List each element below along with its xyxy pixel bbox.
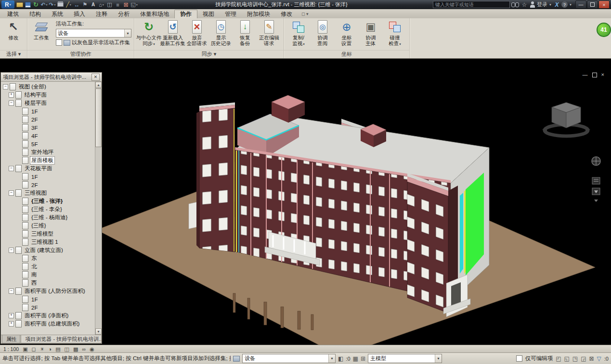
- browser-tab[interactable]: 项目浏览器 - 技师学院机电培训...: [21, 335, 102, 343]
- tree-item[interactable]: 南: [1, 271, 95, 279]
- ribbon-tab[interactable]: 建筑: [2, 10, 24, 18]
- thin-lines-icon[interactable]: ≡: [114, 0, 122, 9]
- search-input[interactable]: 键入关键字或短语: [433, 1, 510, 8]
- coordination-review-button[interactable]: 协调 查阅: [311, 20, 335, 46]
- scrollbar-thumb[interactable]: [95, 88, 102, 147]
- editable-items-icon[interactable]: ◧: [338, 356, 343, 362]
- 3d-building-model[interactable]: [101, 58, 611, 345]
- ribbon-tab[interactable]: 协作: [174, 10, 197, 18]
- restore-button[interactable]: [587, 0, 598, 9]
- favorites-star-icon[interactable]: ☆: [520, 1, 528, 8]
- redo-icon[interactable]: ↷: [48, 0, 56, 9]
- crop-view-icon[interactable]: ◫: [65, 347, 69, 352]
- tree-item[interactable]: 结构平面: [1, 91, 95, 99]
- copy-monitor-button[interactable]: 复制/ 监视▾: [286, 20, 311, 46]
- show-crop-region-icon[interactable]: ▩: [73, 347, 78, 352]
- open-icon[interactable]: [15, 0, 24, 9]
- ribbon-tab[interactable]: 插入: [68, 10, 91, 18]
- tree-item[interactable]: 面积平面 (总建筑面积): [1, 320, 95, 328]
- tree-item[interactable]: 三维视图: [1, 189, 95, 197]
- tree-item[interactable]: 西: [1, 279, 95, 287]
- expander-icon[interactable]: [9, 289, 14, 294]
- tree-item[interactable]: {三维 - 张洋}: [1, 197, 95, 205]
- switch-windows-icon[interactable]: ◱: [130, 0, 138, 9]
- tree-item[interactable]: 北: [1, 263, 95, 271]
- tree-item[interactable]: 3F: [1, 124, 95, 132]
- view-close-icon[interactable]: ×: [601, 72, 604, 77]
- tree-item[interactable]: {三维}: [1, 222, 95, 230]
- expander-icon[interactable]: [9, 190, 14, 196]
- expander-icon[interactable]: [9, 100, 14, 106]
- synchronize-panel-label[interactable]: 同步 ▾: [134, 50, 284, 58]
- tree-item[interactable]: {三维 - 李朵}: [1, 205, 95, 213]
- minimize-button[interactable]: —: [575, 0, 586, 9]
- close-button[interactable]: ×: [598, 0, 610, 9]
- tree-item[interactable]: 面积平面 (人防分区面积): [1, 287, 95, 295]
- shadows-icon[interactable]: ◑: [49, 347, 52, 352]
- ribbon-tab[interactable]: 分析: [113, 10, 135, 18]
- design-options-icon[interactable]: ⊞: [361, 356, 365, 362]
- gray-inactive-worksets-checkbox[interactable]: 以灰色显示非活动工作集: [56, 39, 131, 46]
- sign-in-button[interactable]: 登录: [537, 1, 547, 8]
- show-history-button[interactable]: 显示 历史记录: [209, 20, 233, 46]
- editable-only-checkbox[interactable]: [516, 355, 522, 362]
- ribbon-tab[interactable]: 结构: [24, 10, 46, 18]
- view-minimize-icon[interactable]: —: [583, 72, 588, 77]
- undo-icon[interactable]: ↶: [40, 0, 48, 9]
- section-icon[interactable]: ◫: [105, 0, 114, 9]
- ribbon-tab[interactable]: 管理: [220, 10, 242, 18]
- reveal-hidden-elements-icon[interactable]: ◉: [90, 347, 94, 352]
- browser-tab[interactable]: 属性: [2, 335, 20, 343]
- help-icon[interactable]: ?: [561, 1, 568, 8]
- active-workset-status-select[interactable]: 设备▼: [242, 354, 336, 363]
- close-icon[interactable]: ✕: [91, 74, 100, 81]
- select-underlay-icon[interactable]: ◱: [564, 356, 569, 362]
- tree-item[interactable]: 屋面楼板: [1, 156, 95, 164]
- restore-backup-button[interactable]: 恢复 备份: [233, 20, 257, 46]
- aligned-dimension-icon[interactable]: ↔: [73, 0, 81, 9]
- tree-item[interactable]: 立面 (建筑立面): [1, 246, 95, 254]
- measure-icon[interactable]: ╱: [65, 0, 73, 9]
- select-links-icon[interactable]: ◰: [556, 356, 561, 362]
- expander-icon[interactable]: [9, 313, 14, 318]
- search-icon[interactable]: [511, 1, 520, 8]
- modify-button[interactable]: 修改: [2, 20, 25, 40]
- tag-icon[interactable]: ⚑: [81, 0, 89, 9]
- sync-with-central-icon[interactable]: ↻: [32, 0, 40, 9]
- visual-style-icon[interactable]: ◻: [32, 347, 36, 352]
- ribbon-tab[interactable]: 体量和场地: [135, 10, 174, 18]
- tree-item[interactable]: 1F: [1, 173, 95, 181]
- detail-level-icon[interactable]: ▣: [23, 347, 27, 352]
- west-tower[interactable]: [196, 102, 235, 252]
- application-menu-button[interactable]: R▾: [1, 0, 14, 9]
- tree-item[interactable]: 2F: [1, 303, 95, 312]
- coordinates-button[interactable]: 坐标 设置: [335, 20, 359, 46]
- design-option-select[interactable]: 主模型▼: [368, 354, 442, 363]
- sun-path-icon[interactable]: ☀: [40, 347, 45, 352]
- tree-item[interactable]: 面积平面 (净面积): [1, 312, 95, 320]
- expander-icon[interactable]: [9, 321, 14, 326]
- select-pinned-icon[interactable]: ◳: [572, 356, 578, 362]
- select-by-face-icon[interactable]: ◲: [581, 356, 586, 362]
- coordination-host-button[interactable]: 协调 主体: [359, 20, 383, 46]
- ribbon-tab[interactable]: 视图: [197, 10, 220, 18]
- exchange-apps-icon[interactable]: X: [553, 1, 560, 8]
- rendering-icon[interactable]: ▤: [55, 347, 60, 352]
- active-workset-select[interactable]: 设备▼: [56, 29, 131, 38]
- editing-requests-button[interactable]: 正在编辑 请求: [257, 20, 281, 46]
- default-3d-view-icon[interactable]: ⌂: [97, 0, 105, 9]
- worksets-button[interactable]: 工作集: [30, 20, 53, 40]
- project-browser-titlebar[interactable]: 项目浏览器 - 技师学院机电培训中... ✕: [1, 73, 102, 82]
- tree-item[interactable]: 东: [1, 254, 95, 263]
- scroll-down-icon[interactable]: ▼: [95, 328, 102, 335]
- relinquish-all-button[interactable]: 放弃 全部请求: [185, 20, 209, 46]
- print-icon[interactable]: [56, 0, 65, 9]
- tree-item[interactable]: 视图 (全部): [1, 83, 95, 91]
- navigation-bar[interactable]: [592, 157, 600, 202]
- ribbon-tab[interactable]: 注释: [91, 10, 113, 18]
- close-inactive-windows-icon[interactable]: ⊠: [122, 0, 130, 9]
- ribbon-minimize-toggle-icon[interactable]: ◻ ▾: [301, 12, 309, 16]
- select-panel-label[interactable]: 选择 ▾: [0, 50, 27, 58]
- tree-item[interactable]: 三维模型: [1, 230, 95, 238]
- tree-item[interactable]: 5F: [1, 140, 95, 148]
